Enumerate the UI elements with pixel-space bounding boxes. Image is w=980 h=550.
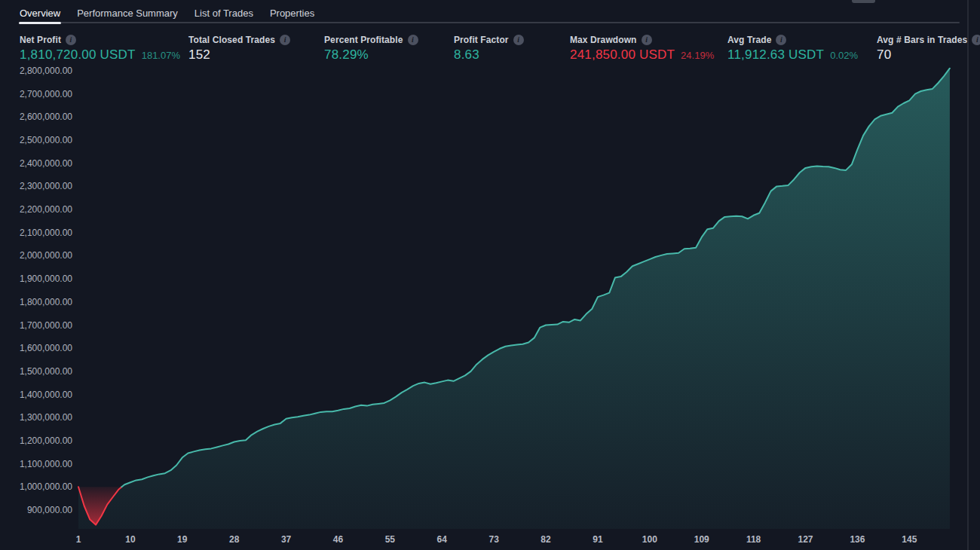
x-axis-label: 28 xyxy=(218,534,251,545)
equity-area-fill xyxy=(78,69,950,529)
x-axis-label: 10 xyxy=(114,534,147,545)
tab-properties[interactable]: Properties xyxy=(269,8,315,23)
y-axis-label: 1,500,000.00 xyxy=(20,365,72,377)
y-axis-label: 1,800,000.00 xyxy=(20,296,72,308)
y-axis-label: 2,600,000.00 xyxy=(20,111,72,123)
x-axis-label: 118 xyxy=(737,534,770,545)
strategy-tester-panel: OverviewPerformance SummaryList of Trade… xyxy=(0,0,980,550)
x-axis-label: 19 xyxy=(166,534,199,545)
x-axis-label: 82 xyxy=(529,534,562,545)
y-axis-label: 2,200,000.00 xyxy=(20,203,72,215)
y-axis-label: 1,700,000.00 xyxy=(20,319,72,332)
y-axis-label: 1,100,000.00 xyxy=(20,458,72,470)
y-axis-label: 2,800,000.00 xyxy=(20,65,72,77)
x-axis-label: 64 xyxy=(425,534,458,545)
y-axis-label: 2,700,000.00 xyxy=(20,88,72,100)
tab-list-of-trades[interactable]: List of Trades xyxy=(194,8,254,23)
y-axis-label: 1,900,000.00 xyxy=(20,273,72,285)
strategy-tester-tabbar: OverviewPerformance SummaryList of Trade… xyxy=(19,8,315,23)
tab-overview[interactable]: Overview xyxy=(19,8,61,23)
x-axis-label: 73 xyxy=(477,534,510,545)
y-axis-label: 1,200,000.00 xyxy=(20,435,72,447)
x-axis-label: 91 xyxy=(581,534,614,545)
y-axis-label: 900,000.00 xyxy=(27,504,72,516)
y-axis-label: 2,000,000.00 xyxy=(20,249,72,261)
equity-curve-chart[interactable]: 2,800,000.002,700,000.002,600,000.002,50… xyxy=(0,0,980,550)
x-axis-label: 46 xyxy=(321,534,354,545)
y-axis-label: 1,600,000.00 xyxy=(20,342,72,354)
tab-performance-summary[interactable]: Performance Summary xyxy=(76,8,179,23)
x-axis-label: 100 xyxy=(633,534,666,545)
y-axis-label: 2,400,000.00 xyxy=(20,157,72,170)
x-axis-label: 136 xyxy=(841,534,874,545)
y-axis-label: 2,100,000.00 xyxy=(20,227,72,239)
y-axis-label: 1,300,000.00 xyxy=(20,411,72,423)
x-axis-label: 37 xyxy=(270,534,303,545)
x-axis-label: 109 xyxy=(685,534,718,545)
y-axis-label: 2,300,000.00 xyxy=(20,180,72,192)
equity-curve-svg[interactable] xyxy=(0,0,980,550)
y-axis-label: 1,000,000.00 xyxy=(20,481,72,493)
x-axis-label: 145 xyxy=(893,534,926,545)
x-axis-label: 127 xyxy=(789,534,822,545)
x-axis-label: 1 xyxy=(62,534,95,545)
y-axis-label: 2,500,000.00 xyxy=(20,134,72,146)
y-axis: 2,800,000.002,700,000.002,600,000.002,50… xyxy=(0,0,72,550)
y-axis-label: 1,400,000.00 xyxy=(20,389,72,401)
x-axis-label: 55 xyxy=(373,534,406,545)
